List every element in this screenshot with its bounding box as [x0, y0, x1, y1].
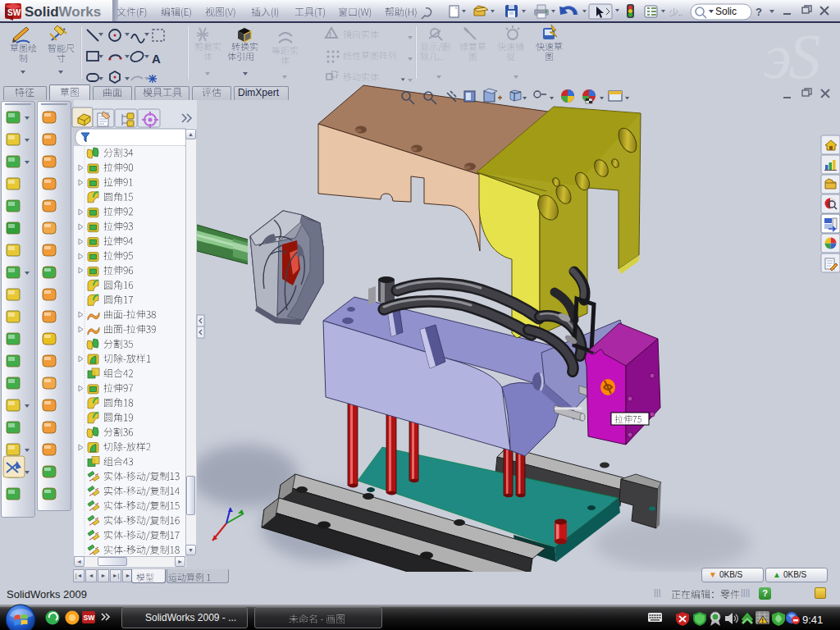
- svg-text:A: A: [152, 52, 161, 66]
- svg-text:϶S: ϶S: [763, 21, 820, 92]
- svg-text:!: !: [329, 30, 331, 39]
